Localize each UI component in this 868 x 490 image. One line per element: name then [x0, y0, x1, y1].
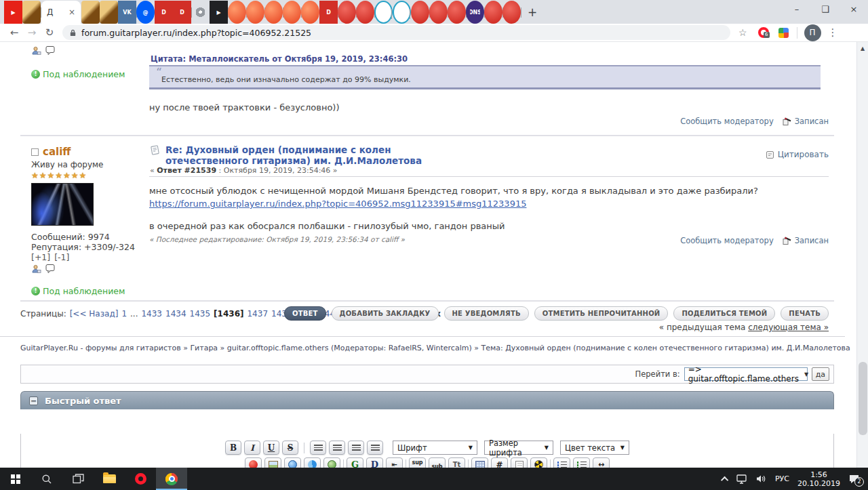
insert-button[interactable]: ⇤ — [386, 457, 403, 468]
post-title-link[interactable]: Re: Духовный орден (поднимание с колен о… — [165, 144, 467, 166]
insert-button[interactable] — [471, 457, 488, 468]
format-button[interactable]: B — [225, 441, 241, 455]
align-button[interactable] — [367, 441, 383, 455]
insert-button[interactable]: ↔ — [593, 457, 610, 468]
topic-action-button[interactable]: ДОБАВИТЬ ЗАКЛАДКУ — [332, 306, 439, 321]
previous-topic-link[interactable]: « предыдущая тема — [659, 323, 748, 332]
browser-tab[interactable]: @ — [136, 1, 155, 24]
next-topic-link[interactable]: следующая тема » — [748, 323, 829, 332]
page-number-link[interactable]: 1 — [121, 309, 127, 319]
pm-bubble-icon[interactable] — [45, 264, 56, 274]
post-message-link[interactable]: https://forum.guitarplayer.ru/index.php?… — [149, 199, 526, 209]
browser-tab[interactable]: D — [155, 1, 173, 24]
profile-avatar[interactable]: П — [804, 24, 821, 41]
task-view-button[interactable] — [62, 468, 94, 490]
insert-button[interactable]: G — [347, 457, 363, 468]
insert-button[interactable] — [511, 457, 528, 468]
report-moderator-link[interactable]: Сообщить модератору — [680, 236, 774, 245]
forward-button[interactable]: → — [23, 26, 41, 39]
insert-button[interactable]: sub — [429, 457, 446, 468]
insert-button[interactable] — [245, 457, 262, 468]
back-button[interactable]: ← — [5, 26, 23, 39]
extension-icon[interactable] — [778, 28, 789, 38]
collapse-icon[interactable]: − — [29, 396, 38, 405]
topic-action-button[interactable]: ПЕЧАТЬ — [781, 306, 829, 321]
jump-go-button[interactable]: да — [812, 367, 829, 381]
bookmark-star-icon[interactable]: ☆ — [738, 27, 747, 38]
browser-tab[interactable] — [356, 1, 374, 24]
action-center-button[interactable]: 2 — [848, 474, 860, 484]
author-name-link[interactable]: califf — [43, 146, 71, 158]
format-select[interactable]: Размер шрифта▼ — [484, 441, 553, 455]
insert-button[interactable] — [573, 457, 590, 468]
opera-taskbar-button[interactable] — [125, 468, 156, 490]
page-number-link[interactable]: [1436] — [214, 309, 243, 319]
taskbar-search-button[interactable] — [31, 468, 62, 490]
align-button[interactable] — [329, 441, 345, 455]
scrollbar-thumb[interactable] — [859, 362, 867, 435]
format-select[interactable]: Шрифт▼ — [393, 441, 477, 455]
browser-tab[interactable]: э — [393, 1, 411, 24]
insert-button[interactable] — [553, 457, 570, 468]
insert-button[interactable] — [530, 457, 547, 468]
url-text[interactable]: forum.guitarplayer.ru/index.php?topic=40… — [81, 28, 311, 38]
karma-plus-link[interactable]: [+1] — [31, 252, 50, 262]
profile-icon[interactable] — [31, 46, 41, 56]
format-button[interactable]: U — [263, 441, 279, 455]
insert-button[interactable] — [468, 460, 469, 468]
browser-tab[interactable] — [246, 1, 264, 24]
format-button[interactable]: S — [282, 441, 298, 455]
breadcrumb[interactable]: GuitarPlayer.Ru - форумы для гитаристов … — [20, 344, 850, 352]
insert-button[interactable] — [406, 460, 406, 468]
karma-minus-link[interactable]: [-1] — [54, 252, 69, 262]
insert-button[interactable] — [304, 457, 321, 468]
post-select-checkbox[interactable] — [31, 148, 39, 156]
file-explorer-button[interactable] — [94, 468, 125, 490]
insert-button[interactable]: D — [366, 457, 383, 468]
page-scrollbar[interactable]: ▲ — [856, 42, 868, 468]
page-number-link[interactable]: 1434 — [165, 309, 186, 319]
browser-tab[interactable]: ▶ — [210, 1, 228, 24]
page-number-link[interactable]: 1435 — [190, 309, 211, 319]
reload-button[interactable]: ↻ — [41, 26, 58, 39]
insert-button[interactable] — [343, 460, 344, 468]
browser-tab[interactable] — [283, 1, 301, 24]
browser-tab[interactable] — [429, 1, 448, 24]
browser-tab[interactable] — [264, 1, 283, 24]
tab-close-icon[interactable]: × — [68, 7, 75, 17]
new-tab-button[interactable]: + — [528, 2, 537, 22]
insert-button[interactable] — [323, 457, 340, 468]
browser-tab[interactable]: ▶ — [4, 1, 22, 24]
insert-button[interactable] — [550, 460, 551, 468]
page-number-link[interactable]: 1433 — [141, 309, 162, 319]
browser-tab[interactable] — [191, 1, 210, 24]
scrollbar-up-arrow[interactable]: ▲ — [857, 42, 868, 52]
chrome-menu-icon[interactable]: ⋮ — [828, 26, 838, 39]
chrome-taskbar-button[interactable] — [156, 468, 187, 490]
speaker-icon[interactable] — [756, 474, 767, 483]
browser-tab[interactable]: D — [319, 1, 338, 24]
maximize-button[interactable]: ❑ — [811, 0, 840, 20]
topic-action-button[interactable]: НЕ УВЕДОМЛЯТЬ — [444, 306, 529, 321]
browser-tab[interactable] — [411, 1, 429, 24]
browser-tab[interactable] — [100, 1, 118, 24]
browser-tab[interactable] — [301, 1, 319, 24]
browser-tab[interactable] — [228, 1, 246, 24]
insert-button[interactable]: sup — [409, 457, 426, 468]
format-button[interactable]: I — [244, 441, 260, 455]
browser-tab[interactable]: DNS — [466, 1, 484, 24]
network-icon[interactable] — [736, 474, 748, 484]
report-moderator-link[interactable]: Сообщить модератору — [680, 117, 774, 126]
profile-icon[interactable] — [31, 264, 41, 274]
jump-board-select[interactable]: => guitar.offtopic.flame.others ▼ — [684, 367, 808, 381]
browser-tab[interactable] — [81, 1, 100, 24]
browser-tab[interactable] — [502, 1, 521, 24]
start-button[interactable] — [0, 468, 31, 490]
page-number-link[interactable]: ... — [130, 309, 138, 319]
browser-tab[interactable] — [484, 1, 502, 24]
browser-tab[interactable]: D — [173, 1, 191, 24]
browser-tab[interactable] — [338, 1, 356, 24]
topic-action-button[interactable]: ОТМЕТИТЬ НЕПРОЧИТАННОЙ — [534, 306, 669, 321]
quote-button[interactable]: Цитировать — [766, 150, 829, 159]
topic-action-button[interactable]: ПОДЕЛИТЬСЯ ТЕМОЙ — [673, 306, 775, 321]
